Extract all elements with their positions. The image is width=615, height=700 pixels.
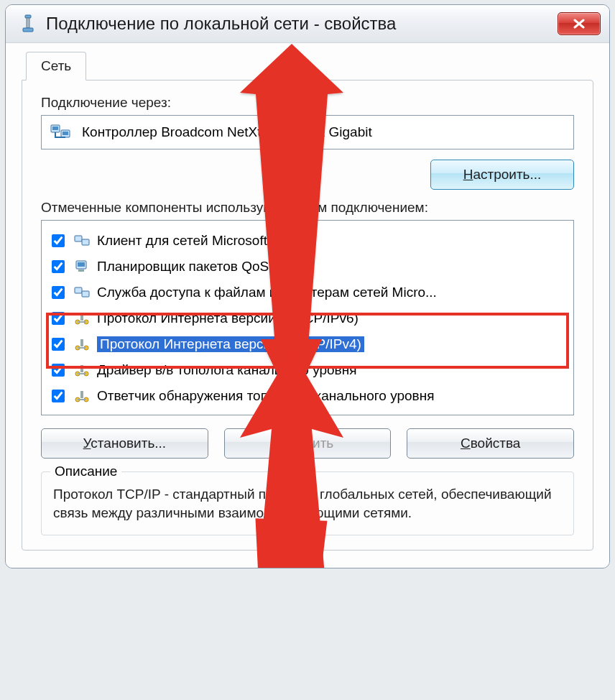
svg-rect-4 xyxy=(52,126,58,130)
component-checkbox[interactable] xyxy=(52,338,65,351)
component-checkbox[interactable] xyxy=(52,364,65,377)
svg-rect-1 xyxy=(27,18,29,28)
network-adapter-icon xyxy=(50,123,72,142)
adapter-label: Подключение через: xyxy=(41,95,574,111)
tabstrip: Сеть xyxy=(26,52,593,80)
list-item[interactable]: Протокол Интернета версии 4 (TCP/IPv4) xyxy=(42,331,573,357)
description-group: Описание Протокол TCP/IP - стандартный п… xyxy=(41,471,574,535)
button-row: Установить... Удалить Свойства xyxy=(41,428,574,459)
component-label: Служба доступа к файлам и принтерам сете… xyxy=(97,285,566,300)
svg-rect-25 xyxy=(80,391,83,398)
svg-rect-7 xyxy=(75,236,82,241)
svg-rect-6 xyxy=(63,132,68,135)
component-label: Протокол Интернета версии 4 (TCP/IPv4) xyxy=(97,336,566,352)
component-icon xyxy=(73,310,91,327)
properties-button[interactable]: Свойства xyxy=(407,428,574,459)
properties-dialog: Подключение по локальной сети - свойства… xyxy=(5,4,610,568)
svg-rect-2 xyxy=(23,28,33,32)
component-checkbox[interactable] xyxy=(52,286,65,299)
component-label: Планировщик пакетов QoS xyxy=(97,259,566,275)
titlebar[interactable]: Подключение по локальной сети - свойства xyxy=(6,5,609,43)
configure-button[interactable]: Настроить... xyxy=(430,160,574,190)
component-checkbox[interactable] xyxy=(52,234,65,247)
component-label: Драйвер в/в тополога канального уровня xyxy=(97,362,566,378)
list-item[interactable]: Клиент для сетей Microsoft xyxy=(42,228,573,254)
svg-rect-13 xyxy=(82,291,89,297)
list-item[interactable]: Планировщик пакетов QoS xyxy=(42,254,573,280)
svg-rect-12 xyxy=(75,287,82,293)
window-title: Подключение по локальной сети - свойства xyxy=(46,14,558,34)
component-icon xyxy=(73,258,91,275)
svg-rect-0 xyxy=(25,15,31,18)
tab-body: Подключение через: Контроллер Broadcom N… xyxy=(22,80,593,551)
component-label: Ответчик обнаружения топологии канальног… xyxy=(97,388,566,404)
components-label: Отмеченные компоненты используются этим … xyxy=(41,200,574,216)
tab-network[interactable]: Сеть xyxy=(26,52,86,80)
list-item[interactable]: Ответчик обнаружения топологии канальног… xyxy=(42,383,573,409)
svg-rect-16 xyxy=(80,313,83,321)
component-icon xyxy=(73,336,91,353)
client-area: Сеть Подключение через: Контроллер Broad… xyxy=(6,43,609,568)
description-text: Протокол TCP/IP - стандартный протокол г… xyxy=(53,485,562,522)
svg-rect-22 xyxy=(80,365,83,372)
remove-button: Удалить xyxy=(224,428,392,459)
component-checkbox[interactable] xyxy=(52,390,65,402)
list-item[interactable]: Служба доступа к файлам и принтерам сете… xyxy=(42,280,573,305)
svg-rect-10 xyxy=(78,262,85,267)
svg-rect-19 xyxy=(80,339,83,346)
component-icon xyxy=(73,361,91,379)
component-label: Протокол Интернета версии 6 (TCP/IPv6) xyxy=(97,310,566,326)
component-icon xyxy=(73,232,91,249)
list-item[interactable]: Драйвер в/в тополога канального уровня xyxy=(42,357,573,383)
component-icon xyxy=(73,284,91,301)
svg-rect-8 xyxy=(82,239,89,245)
svg-rect-11 xyxy=(78,270,84,272)
component-label: Клиент для сетей Microsoft xyxy=(97,233,566,249)
install-button[interactable]: Установить... xyxy=(41,428,208,459)
component-checkbox[interactable] xyxy=(52,312,65,325)
component-icon xyxy=(73,387,91,405)
adapter-field[interactable]: Контроллер Broadcom NetXtreme 57xx Gigab… xyxy=(41,115,574,149)
window-icon xyxy=(20,14,36,33)
adapter-name: Контроллер Broadcom NetXtreme 57xx Gigab… xyxy=(82,124,372,140)
description-title: Описание xyxy=(50,464,121,479)
list-item[interactable]: Протокол Интернета версии 6 (TCP/IPv6) xyxy=(42,305,573,331)
components-list[interactable]: Клиент для сетей MicrosoftПланировщик па… xyxy=(41,220,574,415)
component-checkbox[interactable] xyxy=(52,260,65,273)
close-button[interactable] xyxy=(558,12,601,35)
